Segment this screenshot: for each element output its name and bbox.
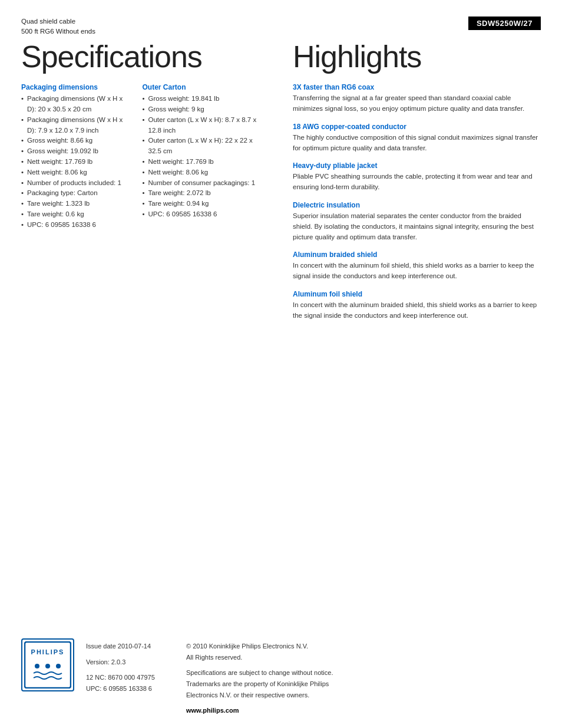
- highlight-section: 18 AWG copper-coated conductorThe highly…: [293, 123, 541, 154]
- highlight-section-body: Superior insulation material separates t…: [293, 211, 541, 242]
- svg-point-4: [56, 664, 61, 668]
- list-item: Nett weight: 17.769 lb: [21, 157, 133, 167]
- highlight-section: Dielectric insulationSuperior insulation…: [293, 201, 541, 242]
- philips-logo: PHILIPS: [21, 638, 74, 691]
- copyright: © 2010 Koninklijke Philips Electronics N…: [186, 641, 333, 663]
- highlights-title: Highlights: [293, 41, 541, 73]
- svg-point-3: [45, 664, 50, 668]
- specifications-column: Specifications Packaging dimensions Pack…: [21, 41, 281, 330]
- footer-meta: Issue date 2010-07-14 Version: 2.0.3 12 …: [86, 638, 541, 716]
- outer-carton-list: Gross weight: 19.841 lbGross weight: 9 k…: [143, 94, 264, 220]
- outer-carton-section: Outer Carton Gross weight: 19.841 lbGros…: [143, 83, 264, 240]
- website-link[interactable]: www.philips.com: [186, 707, 239, 714]
- highlight-section-body: Transferring the signal at a far greater…: [293, 93, 541, 114]
- list-item: Number of consumer packagings: 1: [143, 178, 264, 189]
- page: Quad shield cable 500 ft RG6 Without end…: [0, 0, 562, 728]
- product-desc: 500 ft RG6 Without ends: [21, 27, 95, 37]
- list-item: Tare weight: 1.323 lb: [21, 199, 133, 209]
- list-item: Outer carton (L x W x H): 8.7 x 8.7 x 12…: [143, 115, 264, 136]
- list-item: UPC: 6 09585 16338 6: [143, 209, 264, 220]
- highlight-section-title: Aluminum foil shield: [293, 290, 541, 298]
- highlight-section: Aluminum foil shieldIn concert with the …: [293, 290, 541, 321]
- outer-carton: Outer Carton Gross weight: 19.841 lbGros…: [143, 83, 264, 220]
- highlight-section-title: Dielectric insulation: [293, 201, 541, 209]
- list-item: Gross weight: 8.66 kg: [21, 136, 133, 146]
- list-item: UPC: 6 09585 16338 6: [21, 220, 133, 230]
- footer-left: Issue date 2010-07-14 Version: 2.0.3 12 …: [86, 641, 168, 694]
- issue-date: Issue date 2010-07-14: [86, 641, 168, 652]
- product-info: Quad shield cable 500 ft RG6 Without end…: [21, 17, 95, 37]
- specs-inner: Packaging dimensions Packaging dimension…: [21, 83, 263, 240]
- list-item: Tare weight: 2.072 lb: [143, 188, 264, 199]
- highlight-section-title: Aluminum braided shield: [293, 251, 541, 259]
- main-content: Specifications Packaging dimensions Pack…: [21, 41, 541, 330]
- packaging-title: Packaging dimensions: [21, 83, 133, 91]
- footer: PHILIPS Issue date 2010-07-14 Version: 2…: [21, 638, 541, 716]
- highlight-section-title: Heavy-duty pliable jacket: [293, 162, 541, 170]
- packaging-dimensions: Packaging dimensions Packaging dimension…: [21, 83, 133, 230]
- footer-right: © 2010 Koninklijke Philips Electronics N…: [186, 641, 333, 716]
- version: Version: 2.0.3: [86, 657, 168, 668]
- highlight-section: Aluminum braided shieldIn concert with t…: [293, 251, 541, 282]
- nc-upc: 12 NC: 8670 000 47975 UPC: 6 09585 16338…: [86, 672, 168, 694]
- highlight-section: Heavy-duty pliable jacketPliable PVC she…: [293, 162, 541, 193]
- highlight-section: 3X faster than RG6 coaxTransferring the …: [293, 83, 541, 114]
- list-item: Outer carton (L x W x H): 22 x 22 x 32.5…: [143, 136, 264, 157]
- list-item: Gross weight: 9 kg: [143, 104, 264, 115]
- list-item: Packaging dimensions (W x H x D): 7.9 x …: [21, 115, 133, 136]
- list-item: Gross weight: 19.092 lb: [21, 146, 133, 157]
- highlight-section-title: 3X faster than RG6 coax: [293, 83, 541, 91]
- list-item: Packaging type: Carton: [21, 188, 133, 199]
- disclaimer: Specifications are subject to change wit…: [186, 667, 333, 700]
- list-item: Number of products included: 1: [21, 178, 133, 189]
- packaging-section: Packaging dimensions Packaging dimension…: [21, 83, 143, 240]
- highlights-column: Highlights 3X faster than RG6 coaxTransf…: [281, 41, 541, 330]
- highlight-section-body: Pliable PVC sheathing surrounds the cabl…: [293, 172, 541, 193]
- highlight-section-body: The highly conductive composition of thi…: [293, 133, 541, 154]
- product-code: SDW5250W/27: [468, 17, 541, 30]
- list-item: Tare weight: 0.94 kg: [143, 199, 264, 209]
- outer-carton-title: Outer Carton: [143, 83, 264, 91]
- philips-logo-svg: PHILIPS: [24, 641, 71, 689]
- list-item: Nett weight: 8.06 kg: [21, 167, 133, 178]
- list-item: Tare weight: 0.6 kg: [21, 209, 133, 220]
- list-item: Nett weight: 8.06 kg: [143, 167, 264, 178]
- highlights-sections: 3X faster than RG6 coaxTransferring the …: [293, 83, 541, 321]
- highlight-section-title: 18 AWG copper-coated conductor: [293, 123, 541, 131]
- svg-point-2: [35, 664, 39, 668]
- highlight-section-body: In concert with the aluminum braided shi…: [293, 300, 541, 321]
- list-item: Packaging dimensions (W x H x D): 20 x 3…: [21, 94, 133, 115]
- specs-title: Specifications: [21, 41, 263, 73]
- website[interactable]: www.philips.com: [186, 705, 333, 716]
- highlight-section-body: In concert with the aluminum foil shield…: [293, 261, 541, 282]
- list-item: Nett weight: 17.769 lb: [143, 157, 264, 167]
- packaging-list: Packaging dimensions (W x H x D): 20 x 3…: [21, 94, 133, 230]
- header: Quad shield cable 500 ft RG6 Without end…: [21, 17, 541, 37]
- product-type: Quad shield cable: [21, 17, 95, 27]
- list-item: Gross weight: 19.841 lb: [143, 94, 264, 104]
- svg-text:PHILIPS: PHILIPS: [31, 648, 65, 655]
